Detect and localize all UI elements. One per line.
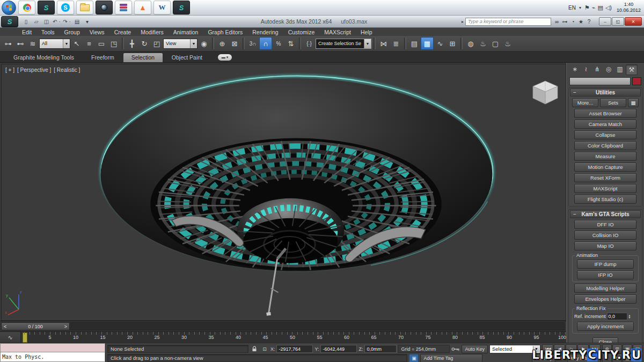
taskbar-camera-icon[interactable]: [96, 1, 113, 14]
rectangular-selection-icon[interactable]: ▭: [96, 38, 107, 49]
select-and-scale-icon[interactable]: ◰: [151, 38, 163, 49]
utilities-rollout-header[interactable]: − Utilities: [570, 88, 641, 97]
restore-button[interactable]: ◱: [612, 17, 624, 26]
taskbar-folder-icon[interactable]: [76, 1, 93, 14]
snap-3d-icon[interactable]: 3∩: [247, 38, 259, 49]
gta-envelopes-helper-button[interactable]: Envelopes Helper: [574, 294, 636, 304]
angle-snap-icon[interactable]: ∩: [259, 37, 272, 50]
z-coordinate-field[interactable]: 0,0mm: [364, 345, 397, 353]
new-file-icon[interactable]: ▯: [21, 17, 31, 26]
schematic-view-icon[interactable]: ⊞: [447, 38, 458, 49]
language-indicator[interactable]: EN: [568, 5, 576, 11]
x-coordinate-field[interactable]: -2917,764: [276, 345, 313, 353]
gta-dff-io-button[interactable]: DFF IO: [574, 220, 636, 229]
rendered-frame-icon[interactable]: ▢: [489, 38, 501, 49]
redo-icon[interactable]: ↷ ·: [62, 17, 71, 26]
tray-power-icon[interactable]: ⌁: [592, 4, 596, 11]
select-and-rotate-icon[interactable]: ↻: [138, 38, 150, 49]
gta-modelling-helper-button[interactable]: Modelling Helper: [574, 284, 636, 293]
menu-group[interactable]: Group: [60, 29, 85, 35]
viewport-menu-general[interactable]: [ + ]: [5, 67, 14, 73]
menu-help[interactable]: Help: [356, 29, 377, 35]
ribbon-tab-graphite-modeling-tools[interactable]: Graphite Modeling Tools: [5, 53, 82, 62]
reference-coordinate-dropdown[interactable]: View▼: [163, 39, 197, 49]
close-button[interactable]: ×: [625, 17, 642, 26]
previous-frame-arrow[interactable]: <: [4, 324, 6, 329]
tab-create[interactable]: ∗: [569, 64, 580, 74]
add-time-tag-button[interactable]: Add Time Tag: [420, 354, 482, 362]
menu-edit[interactable]: Edit: [17, 29, 36, 35]
set-key-key-icon[interactable]: [451, 345, 460, 353]
configure-button-sets-icon[interactable]: ▦: [628, 98, 639, 107]
tab-hierarchy[interactable]: ⋔: [592, 64, 603, 74]
y-coordinate-field[interactable]: -6042,449: [320, 345, 357, 353]
selection-filter-dropdown[interactable]: All▼: [39, 39, 70, 49]
taskbar-skype-icon[interactable]: S: [57, 1, 74, 14]
select-and-link-icon[interactable]: ⊶: [2, 38, 14, 49]
minimize-button[interactable]: –: [599, 17, 611, 26]
tray-network-icon[interactable]: ▤: [597, 4, 603, 11]
taskbar-word-icon[interactable]: W: [153, 1, 171, 14]
next-frame-arrow[interactable]: >: [64, 324, 67, 329]
open-file-icon[interactable]: ▱: [32, 17, 41, 26]
menu-customize[interactable]: Customize: [283, 29, 320, 35]
utility-maxscript-button[interactable]: MAXScript: [574, 184, 636, 193]
taskbar-clock[interactable]: 1:4010.06.2012: [617, 2, 641, 14]
menu-maxscript[interactable]: MAXScript: [319, 29, 356, 35]
taskbar-chrome-icon[interactable]: [18, 1, 35, 14]
tray-volume-icon[interactable]: ◁): [605, 4, 612, 11]
spinner-snap-icon[interactable]: ⇅: [285, 38, 297, 49]
use-pivot-center-icon[interactable]: ◉: [198, 38, 210, 49]
tray-chevron-icon[interactable]: ▾: [579, 5, 581, 10]
utility-color-clipboard-button[interactable]: Color Clipboard: [574, 141, 636, 150]
ribbon-tab-object-paint[interactable]: Object Paint: [164, 53, 210, 62]
help-icon[interactable]: ?: [585, 18, 593, 25]
time-slider-track[interactable]: [70, 322, 565, 330]
more-utilities-button[interactable]: More...: [572, 98, 598, 107]
gta-ifp-io-button[interactable]: IFP IO: [577, 270, 634, 279]
select-and-manipulate-icon[interactable]: ⊕: [216, 38, 228, 49]
ribbon-tab-selection[interactable]: Selection: [123, 53, 163, 62]
perspective-viewport[interactable]: [ + ] [ Perspective ] [ Realistic ]: [1, 64, 566, 321]
utility-camera-match-button[interactable]: Camera Match: [574, 120, 636, 129]
mini-curve-editor-button[interactable]: ∿: [0, 332, 21, 343]
layer-manager-icon[interactable]: ▤: [408, 38, 420, 49]
project-folder-icon[interactable]: ▤: [72, 17, 82, 26]
track-bar-ruler[interactable]: 5101520253035404550556065707580859095100: [21, 332, 566, 343]
utility-flight-studio-c-button[interactable]: Flight Studio (c): [574, 195, 636, 204]
listener-macro-pane[interactable]: [0, 343, 105, 352]
gta-rollout-header[interactable]: − Kam's GTA Scripts: [570, 210, 641, 218]
isolate-selection-icon[interactable]: ▣: [409, 354, 419, 362]
ribbon-tab-freeform[interactable]: Freeform: [83, 53, 122, 62]
menu-animation[interactable]: Animation: [169, 29, 203, 35]
align-icon[interactable]: ≣: [390, 38, 402, 49]
object-color-swatch[interactable]: [632, 77, 641, 85]
favorites-star-icon[interactable]: ★: [577, 18, 585, 25]
undo-icon[interactable]: ↶ ·: [52, 17, 61, 26]
viewport-menu-shading[interactable]: [ Realistic ]: [54, 67, 80, 73]
taskbar-3dsmax-icon[interactable]: S: [38, 1, 55, 14]
search-icon[interactable]: ∞: [553, 18, 561, 25]
maxscript-mini-listener[interactable]: Max to Physc.: [0, 343, 106, 362]
menu-modifiers[interactable]: Modifiers: [136, 29, 169, 35]
viewcube[interactable]: [531, 79, 559, 106]
utility-reset-xform-button[interactable]: Reset XForm: [574, 173, 636, 182]
render-setup-icon[interactable]: ♨: [477, 38, 489, 49]
utility-name-field[interactable]: [569, 77, 631, 85]
bind-to-space-warp-icon[interactable]: ≋: [27, 38, 39, 49]
create-selection-set-dropdown[interactable]: Create Selection Se▼: [316, 39, 371, 49]
menu-create[interactable]: Create: [109, 29, 136, 35]
select-by-name-icon[interactable]: ≡: [83, 38, 95, 49]
utility-asset-browser-button[interactable]: Asset Browser: [574, 109, 636, 118]
utility-measure-button[interactable]: Measure: [574, 152, 636, 161]
tab-utilities[interactable]: ⚒: [626, 64, 638, 75]
named-selection-sets-icon[interactable]: {∙}: [303, 38, 315, 49]
listener-script-pane[interactable]: Max to Physc.: [0, 352, 105, 362]
start-button[interactable]: [2, 1, 16, 15]
spinner-arrows[interactable]: ▲▼: [628, 314, 631, 319]
viewport-menu-pov[interactable]: [ Perspective ]: [17, 67, 51, 73]
apply-increment-button[interactable]: Apply increment: [577, 322, 634, 331]
menu-rendering[interactable]: Rendering: [247, 29, 283, 35]
subscription-key-icon[interactable]: ⊶: [561, 18, 569, 25]
utility-collapse-button[interactable]: Collapse: [574, 130, 636, 139]
